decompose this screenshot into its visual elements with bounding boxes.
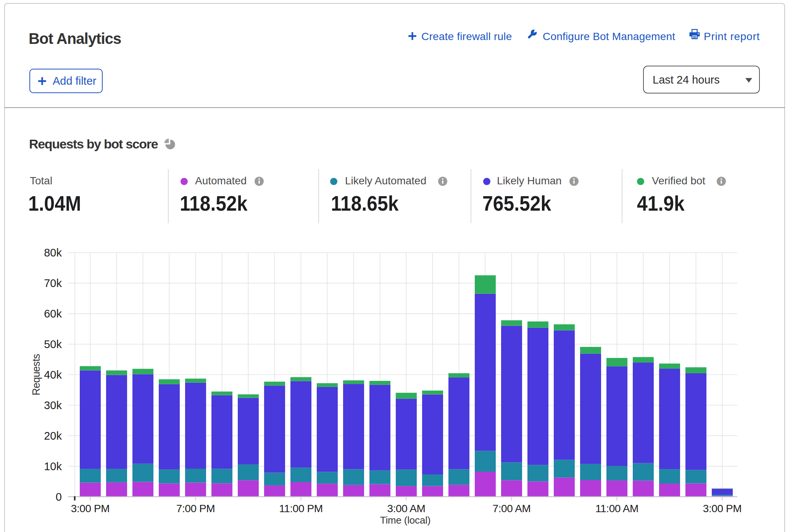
svg-text:70k: 70k: [44, 277, 62, 289]
svg-text:Time (local): Time (local): [380, 514, 430, 526]
svg-text:20k: 20k: [44, 430, 62, 442]
svg-text:11:00 PM: 11:00 PM: [279, 503, 323, 514]
svg-text:30k: 30k: [44, 399, 62, 411]
svg-text:Requests: Requests: [31, 354, 42, 396]
svg-text:3:00 PM: 3:00 PM: [71, 503, 110, 514]
svg-text:40k: 40k: [44, 369, 62, 381]
svg-text:0: 0: [56, 491, 62, 503]
svg-text:10k: 10k: [44, 460, 62, 472]
svg-text:3:00 PM: 3:00 PM: [703, 503, 742, 514]
svg-text:80k: 80k: [44, 247, 62, 259]
svg-text:7:00 PM: 7:00 PM: [176, 503, 215, 514]
svg-text:3:00 AM: 3:00 AM: [387, 503, 426, 514]
svg-text:50k: 50k: [44, 338, 62, 350]
svg-text:60k: 60k: [44, 308, 62, 320]
svg-text:11:00 AM: 11:00 AM: [595, 503, 638, 514]
svg-text:7:00 AM: 7:00 AM: [493, 503, 531, 514]
